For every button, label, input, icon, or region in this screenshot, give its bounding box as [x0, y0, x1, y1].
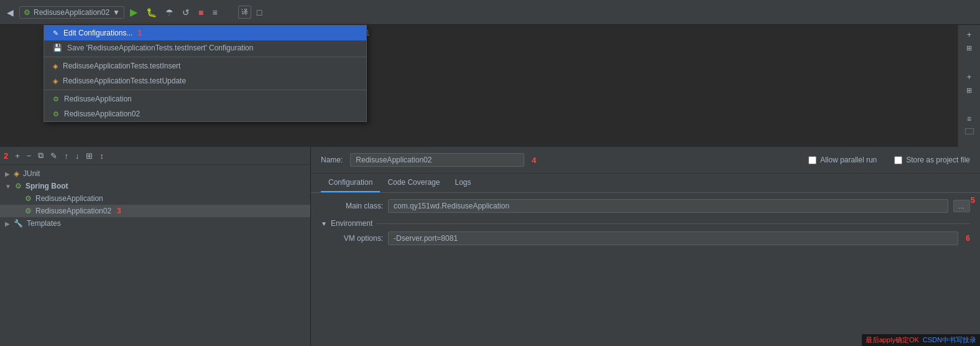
run-config-dropdown[interactable]: ⚙ RedisuseApplication02 ▼ — [19, 6, 124, 19]
expand-full-button[interactable]: ⊞ — [965, 43, 973, 54]
test-update-item[interactable]: ◈ RedisuseApplicationTests.testUpdate — [44, 73, 366, 88]
vm-options-label: VM options: — [321, 234, 383, 243]
left-toolbar: 2 + − ⧉ ✎ ↑ ↓ ⊞ ↕ — [0, 147, 310, 165]
spring-icon: ⚙ — [24, 8, 30, 17]
test-insert-icon: ◈ — [53, 62, 58, 70]
vm-options-row: VM options: 6 — [321, 231, 970, 245]
run-config-dropdown-menu: ✎ Edit Configurations... 1 💾 Save 'Redis… — [44, 25, 367, 122]
add-config-button[interactable]: + — [12, 150, 22, 162]
stop-button[interactable]: ■ — [195, 6, 206, 19]
run-button[interactable]: ▶ — [127, 4, 141, 20]
tree: ▶ ◈ JUnit ▼ ⚙ Spring Boot ⚙ RedisuseAppl… — [0, 165, 310, 346]
more-button[interactable]: ≡ — [209, 6, 220, 19]
editor-side-btn-1[interactable]: + — [966, 71, 973, 83]
name-row: Name: 4 Allow parallel run Store as proj… — [311, 147, 980, 174]
editor-line-1: 1. port=8081 — [316, 27, 953, 39]
tab-configuration[interactable]: Configuration — [321, 174, 380, 192]
templates-item[interactable]: ▶ 🔧 Templates — [0, 217, 310, 230]
redisuse-app02-item[interactable]: ⚙ RedisuseApplication02 — [44, 106, 366, 121]
window-button[interactable]: □ — [254, 6, 265, 19]
watermark-text1: 最后apply确定OK — [866, 335, 919, 345]
editor-content: 1. port=8081 — [311, 25, 958, 147]
templates-icon: 🔧 — [14, 219, 23, 228]
redisuse-app-item[interactable]: ⚙ RedisuseApplication — [44, 91, 366, 106]
junit-icon: ◈ — [14, 169, 19, 178]
templates-chevron: ▶ — [5, 220, 10, 227]
redisuse-app02-label: RedisuseApplication02 — [64, 110, 140, 118]
store-project-checkbox[interactable] — [894, 156, 902, 164]
main-class-input[interactable] — [388, 199, 948, 213]
config-tabs: Configuration Code Coverage Logs — [311, 174, 980, 193]
save-config-label: Save 'RedisuseApplicationTests.testInser… — [67, 44, 253, 52]
edit-config-button[interactable]: ✎ — [48, 150, 60, 162]
spring-boot-icon: ⚙ — [15, 182, 22, 190]
redisuse-app-tree-label: RedisuseApplication — [35, 194, 103, 203]
app02-badge: 3 — [117, 207, 121, 215]
edit-icon: ✎ — [53, 29, 58, 37]
edit-configurations-item[interactable]: ✎ Edit Configurations... 1 — [44, 26, 366, 40]
test-insert-item[interactable]: ◈ RedisuseApplicationTests.testInsert — [44, 58, 366, 73]
left-badge: 2 — [4, 151, 8, 161]
redisuse-app-tree-icon: ⚙ — [25, 194, 32, 203]
templates-label: Templates — [27, 219, 61, 228]
allow-parallel-group: Allow parallel run — [808, 156, 877, 164]
profile-button[interactable]: ↺ — [179, 6, 193, 19]
vm-options-input[interactable] — [388, 231, 958, 245]
spring-boot-chevron: ▼ — [5, 183, 11, 190]
redisuse-app02-tree-icon: ⚙ — [25, 207, 32, 215]
save-config-item[interactable]: 💾 Save 'RedisuseApplicationTests.testIns… — [44, 40, 366, 55]
coverage-button[interactable]: ☂ — [162, 6, 177, 19]
name-input[interactable] — [350, 153, 524, 167]
main-class-row: Main class: ... — [321, 199, 970, 213]
edit-badge: 1 — [137, 29, 142, 37]
main-class-label: Main class: — [321, 202, 383, 210]
move-up-button[interactable]: ↑ — [62, 150, 71, 162]
editor-side-btn-3[interactable]: ≡ — [966, 113, 973, 124]
junit-label: JUnit — [23, 169, 40, 178]
name-badge: 4 — [532, 156, 536, 165]
redisuse-app-icon: ⚙ — [53, 95, 59, 103]
right-config-panel: Name: 4 Allow parallel run Store as proj… — [311, 147, 980, 346]
test-update-icon: ◈ — [53, 77, 58, 85]
copy-config-button[interactable]: ⧉ — [35, 149, 46, 162]
environment-section: ▼ Environment — [321, 219, 970, 228]
vm-badge: 6 — [966, 234, 970, 243]
allow-parallel-label: Allow parallel run — [820, 156, 877, 164]
run-config-name: RedisuseApplication02 — [34, 8, 109, 17]
back-button[interactable]: ◀ — [4, 6, 17, 19]
dropdown-separator-2 — [44, 90, 366, 90]
edit-config-label: Edit Configurations... — [63, 29, 132, 37]
environment-divider — [376, 223, 970, 224]
left-tree-panel: 2 + − ⧉ ✎ ↑ ↓ ⊞ ↕ ▶ ◈ JUnit — [0, 147, 311, 346]
environment-chevron: ▼ — [321, 220, 327, 227]
toolbar: ◀ ⚙ RedisuseApplication02 ▼ ▶ 🐛 ☂ ↺ ■ ≡ … — [0, 0, 980, 25]
group-button[interactable]: ⊞ — [83, 150, 95, 162]
sort-button[interactable]: ↕ — [97, 150, 106, 162]
dropdown-separator-1 — [44, 57, 366, 57]
watermark: 最后apply确定OK CSDN中书写技录 — [862, 334, 980, 346]
redisuse-app02-tree-item[interactable]: ⚙ RedisuseApplication02 3 — [0, 205, 310, 217]
spring-boot-label: Spring Boot — [25, 182, 68, 190]
name-label: Name: — [321, 156, 343, 164]
junit-item[interactable]: ▶ ◈ JUnit — [0, 167, 310, 180]
badge-5: 5 — [971, 195, 975, 205]
config-area: 2 + − ⧉ ✎ ↑ ↓ ⊞ ↕ ▶ ◈ JUnit — [0, 147, 980, 346]
debug-button[interactable]: 🐛 — [143, 6, 160, 19]
remove-config-button[interactable]: − — [24, 150, 34, 162]
editor-side-btn-2[interactable]: ⊞ — [965, 85, 973, 96]
translate-button[interactable]: 译 — [238, 6, 251, 19]
expand-button-1[interactable]: + — [966, 29, 973, 40]
tab-code-coverage[interactable]: Code Coverage — [380, 174, 447, 192]
spring-boot-item[interactable]: ▼ ⚙ Spring Boot — [0, 180, 310, 192]
save-icon: 💾 — [53, 44, 62, 52]
dropdown-arrow-icon: ▼ — [113, 8, 120, 17]
redisuse-app-tree-item[interactable]: ⚙ RedisuseApplication — [0, 192, 310, 205]
test-insert-label: RedisuseApplicationTests.testInsert — [63, 62, 180, 70]
test-update-label: RedisuseApplicationTests.testUpdate — [63, 77, 186, 85]
allow-parallel-checkbox[interactable] — [808, 156, 816, 164]
main-class-browse-button[interactable]: ... — [953, 200, 970, 212]
move-down-button[interactable]: ↓ — [73, 150, 82, 162]
tab-logs[interactable]: Logs — [447, 174, 478, 192]
editor-side-panel: + ⊞ + ⊞ ≡ — [958, 25, 980, 147]
redisuse-app02-tree-label: RedisuseApplication02 — [35, 207, 111, 215]
